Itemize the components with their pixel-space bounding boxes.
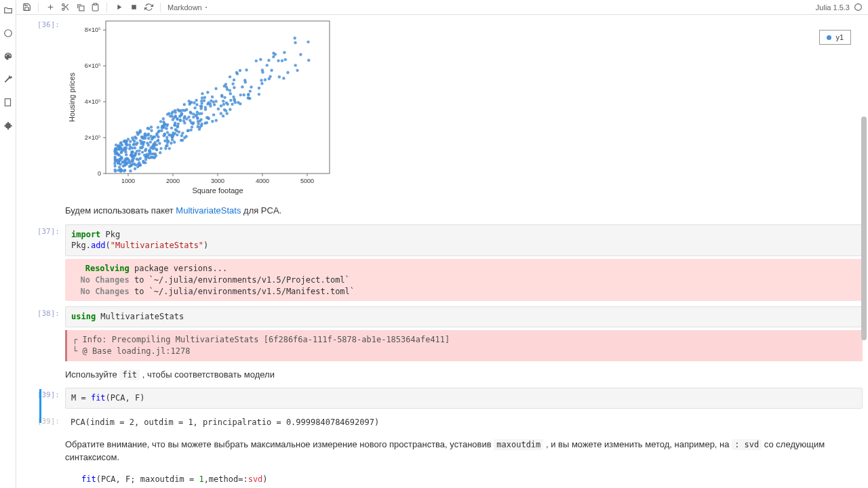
svg-point-175 (159, 151, 161, 154)
svg-point-487 (139, 129, 142, 131)
svg-point-325 (220, 104, 222, 107)
md-text: , и вы можете изменить метод, например, … (543, 439, 732, 449)
notebook-area[interactable]: [36]: 1000200030004000500002×10⁵4×10⁵6×1… (16, 15, 868, 488)
svg-point-498 (154, 152, 157, 155)
svg-point-396 (129, 169, 132, 172)
svg-point-228 (261, 68, 264, 71)
svg-point-463 (123, 148, 126, 150)
cell-output: ┌ Info: Precompiling MultivariateStats [… (65, 330, 863, 361)
svg-point-314 (149, 135, 152, 138)
extension-icon[interactable] (3, 121, 13, 130)
svg-point-119 (134, 146, 136, 149)
svg-text:Square footage: Square footage (192, 186, 243, 195)
svg-point-137 (158, 142, 161, 144)
svg-point-475 (272, 56, 275, 58)
svg-point-298 (192, 116, 195, 119)
svg-point-440 (237, 101, 239, 104)
celltype-select[interactable]: Markdown (167, 3, 209, 12)
svg-point-78 (220, 112, 222, 115)
svg-point-451 (208, 117, 210, 120)
svg-point-442 (158, 129, 161, 132)
svg-point-50 (201, 92, 203, 95)
svg-point-291 (155, 148, 158, 151)
add-icon[interactable] (45, 3, 55, 12)
svg-point-456 (244, 81, 247, 83)
celltype-label: Markdown (167, 3, 202, 12)
svg-point-159 (250, 85, 252, 88)
svg-point-416 (296, 69, 298, 72)
wrench-icon[interactable] (3, 75, 13, 84)
prompt-in: [38]: (22, 306, 65, 361)
svg-point-277 (139, 139, 142, 142)
cell-39[interactable]: [39]: M = fit(PCA, F) (22, 388, 863, 409)
svg-point-452 (214, 87, 217, 90)
svg-point-460 (266, 64, 269, 66)
svg-point-468 (119, 146, 121, 149)
svg-point-363 (241, 85, 243, 88)
svg-point-429 (231, 103, 233, 106)
svg-point-198 (286, 71, 289, 74)
svg-point-334 (187, 116, 190, 119)
svg-point-294 (143, 154, 146, 157)
svg-point-84 (163, 140, 166, 142)
run-icon[interactable] (114, 3, 123, 12)
svg-point-486 (144, 132, 146, 135)
svg-point-288 (198, 128, 201, 131)
md-link[interactable]: MultivariateStats (176, 205, 241, 216)
cell-36[interactable]: [36]: 1000200030004000500002×10⁵4×10⁵6×1… (22, 18, 863, 197)
svg-text:8×10⁵: 8×10⁵ (85, 26, 101, 33)
code-input[interactable]: using MultivariateStats (65, 306, 863, 327)
svg-point-445 (136, 165, 139, 168)
code-input[interactable]: M = fit(PCA, F) (65, 388, 863, 409)
svg-point-343 (189, 119, 191, 121)
markdown-cell-2[interactable]: Используйте fit , чтобы соответствовать … (22, 367, 863, 383)
code-input[interactable]: import Pkg Pkg.add("MultivariateStats") (65, 224, 863, 257)
svg-point-493 (162, 124, 165, 127)
svg-point-367 (157, 126, 159, 129)
md-text: для PCA. (241, 205, 281, 216)
scrollbar[interactable] (860, 15, 868, 488)
copy-icon[interactable] (75, 3, 85, 12)
md-code: fit (119, 369, 140, 380)
cell-39-out: [39]: PCA(indim = 2, outdim = 1, princip… (22, 414, 863, 431)
svg-point-466 (129, 164, 132, 167)
svg-rect-1 (5, 99, 10, 106)
svg-point-347 (283, 51, 285, 54)
svg-point-183 (191, 125, 193, 128)
svg-point-470 (133, 140, 136, 142)
svg-point-502 (125, 161, 127, 164)
svg-point-422 (162, 117, 165, 120)
svg-point-158 (215, 119, 218, 122)
svg-point-82 (267, 59, 270, 62)
svg-point-346 (226, 103, 229, 106)
restart-icon[interactable] (144, 3, 153, 12)
svg-point-222 (147, 127, 150, 130)
cut-icon[interactable] (60, 3, 70, 12)
svg-point-392 (164, 147, 167, 150)
svg-point-128 (205, 121, 208, 124)
paste-icon[interactable] (90, 3, 100, 12)
svg-text:1000: 1000 (121, 178, 135, 184)
svg-point-430 (168, 147, 171, 150)
svg-point-419 (209, 104, 212, 107)
md-text: Обратите внимание, что вы можете выбрать… (65, 439, 494, 449)
markdown-cell-3[interactable]: Обратите внимание, что вы можете выбрать… (22, 436, 863, 488)
folder-icon[interactable] (3, 5, 13, 15)
document-icon[interactable] (3, 98, 13, 107)
svg-point-438 (117, 161, 119, 163)
scrollbar-thumb[interactable] (861, 117, 867, 340)
svg-point-196 (269, 75, 271, 78)
svg-point-417 (174, 132, 176, 135)
toolbar: Markdown Julia 1.5.3 (16, 0, 868, 15)
circle-icon[interactable] (3, 28, 13, 38)
svg-point-122 (180, 134, 183, 137)
cell-38[interactable]: [38]: using MultivariateStats ┌ Info: Pr… (22, 306, 863, 361)
svg-point-381 (167, 112, 170, 115)
palette-icon[interactable] (3, 52, 13, 61)
stop-icon[interactable] (129, 3, 138, 12)
save-icon[interactable] (22, 3, 31, 12)
cell-37[interactable]: [37]: import Pkg Pkg.add("MultivariateSt… (22, 224, 863, 302)
svg-point-391 (120, 150, 123, 153)
svg-point-129 (284, 58, 287, 61)
markdown-cell-1[interactable]: Будем использовать пакет MultivariateSta… (22, 203, 863, 219)
